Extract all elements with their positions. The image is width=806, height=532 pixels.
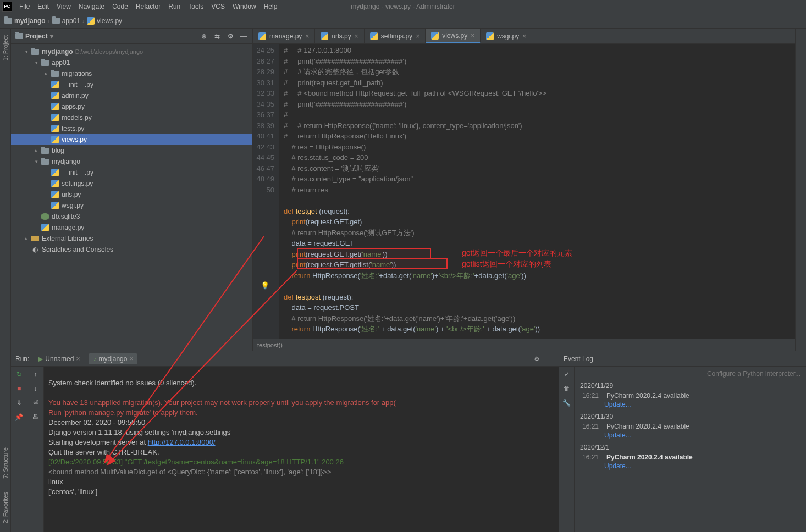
project-tree[interactable]: ▾mydjangoD:\web\devops\mydjango ▾app01 ▸…: [11, 44, 252, 351]
up-stack-icon[interactable]: ↑: [31, 370, 40, 379]
tab-settings[interactable]: settings.py×: [365, 29, 426, 43]
down-stack-icon[interactable]: ↓: [31, 384, 40, 393]
editor-area: manage.py× urls.py× settings.py× views.p…: [253, 29, 795, 351]
mark-read-icon[interactable]: ✓: [562, 370, 571, 379]
menu-refactor[interactable]: Refactor: [132, 2, 164, 12]
python-file-icon: [370, 32, 378, 40]
code-content[interactable]: # # 127.0.0.1:8000# print('#############…: [279, 44, 795, 339]
pin-icon[interactable]: 📌: [15, 413, 24, 422]
console-output[interactable]: System check identified no issues (0 sil…: [44, 367, 559, 532]
tree-wsgi[interactable]: wsgi.py: [11, 200, 252, 211]
tree-ext-lib[interactable]: ▸External Libraries: [11, 233, 252, 244]
sidebar-tab-project[interactable]: 1: Project: [1, 31, 10, 65]
folder-icon: [52, 18, 60, 24]
event-date: 2020/12/1: [580, 444, 801, 451]
tree-db[interactable]: db.sqlite3: [11, 211, 252, 222]
menu-run[interactable]: Run: [164, 2, 184, 12]
menu-file[interactable]: File: [15, 2, 34, 12]
folder-icon: [41, 148, 49, 154]
tree-apps[interactable]: apps.py: [11, 101, 252, 112]
tree-scratches[interactable]: ◐Scratches and Consoles: [11, 244, 252, 255]
crumb-file[interactable]: views.py: [87, 17, 122, 25]
locate-icon[interactable]: ⊕: [200, 32, 208, 41]
bottom-left-tabs: 7: Structure 2: Favorites: [0, 351, 11, 532]
tree-admin[interactable]: admin.py: [11, 90, 252, 101]
event-update-link[interactable]: Update...: [604, 401, 801, 408]
tree-settings[interactable]: settings.py: [11, 178, 252, 189]
trash-icon[interactable]: 🗑: [562, 384, 571, 393]
python-file-icon: [258, 32, 266, 40]
close-icon[interactable]: ×: [471, 32, 474, 40]
event-item[interactable]: 16:21PyCharm 2020.2.4 available: [582, 392, 801, 400]
server-url-link[interactable]: http://127.0.0.1:8000/: [148, 438, 216, 446]
menu-edit[interactable]: Edit: [34, 2, 53, 12]
event-update-link[interactable]: Update...: [604, 462, 801, 470]
tree-urls[interactable]: urls.py: [11, 189, 252, 200]
down-icon[interactable]: ⇓: [15, 398, 24, 407]
print-icon[interactable]: 🖶: [31, 413, 40, 422]
code-editor[interactable]: 24 25 26 27 28 29 30 31 32 33 34 35 36 3…: [253, 44, 795, 339]
left-sidebar: 1: Project: [0, 29, 11, 351]
tree-init[interactable]: __init__.py: [11, 79, 252, 90]
tree-root[interactable]: ▾mydjangoD:\web\devops\mydjango: [11, 46, 252, 57]
run-tab-unnamed[interactable]: ▶Unnamed×: [34, 353, 84, 364]
event-item[interactable]: 16:21PyCharm 2020.2.4 available: [582, 423, 801, 430]
tab-manage[interactable]: manage.py×: [253, 29, 315, 43]
folder-icon: [41, 159, 49, 165]
hide-icon[interactable]: —: [239, 32, 248, 41]
chevron-right-icon: ›: [82, 17, 85, 25]
menu-code[interactable]: Code: [108, 2, 132, 12]
expand-icon[interactable]: ⇆: [213, 32, 222, 41]
menu-window[interactable]: Window: [229, 2, 260, 12]
close-icon[interactable]: ×: [129, 355, 133, 363]
stop-icon[interactable]: ■: [15, 384, 24, 393]
menu-help[interactable]: Help: [260, 2, 281, 12]
menu-navigate[interactable]: Navigate: [75, 2, 108, 12]
event-update-link[interactable]: Update...: [604, 431, 801, 439]
project-panel-title: Project: [25, 32, 48, 40]
close-icon[interactable]: ×: [76, 355, 80, 363]
tree-mydjango-pkg[interactable]: ▾mydjango: [11, 156, 252, 167]
tree-app01[interactable]: ▾app01: [11, 57, 252, 68]
event-item[interactable]: 16:21PyCharm 2020.2.4 available: [582, 453, 801, 461]
close-icon[interactable]: ×: [416, 32, 419, 40]
crumb-folder[interactable]: app01: [52, 17, 80, 25]
run-panel: Run: ▶Unnamed× ♪mydjango× ⚙ — ↻ ■ ⇓ 📌 ↑ …: [11, 351, 559, 532]
close-icon[interactable]: ×: [522, 32, 526, 40]
hide-icon[interactable]: —: [545, 354, 554, 363]
tree-tests[interactable]: tests.py: [11, 123, 252, 134]
wrap-icon[interactable]: ⏎: [31, 398, 40, 407]
menu-tools[interactable]: Tools: [184, 2, 207, 12]
intention-bulb-icon[interactable]: 💡: [261, 280, 269, 291]
tree-pkg-init[interactable]: __init__.py: [11, 167, 252, 178]
event-list[interactable]: Configure a Python interpreter... 2020/1…: [575, 367, 806, 532]
sidebar-tab-structure[interactable]: 7: Structure: [1, 443, 10, 483]
menu-vcs[interactable]: VCS: [207, 2, 229, 12]
tab-views[interactable]: views.py×: [426, 29, 481, 43]
python-file-icon: [51, 81, 59, 88]
tree-views[interactable]: views.py: [11, 134, 252, 145]
tree-manage[interactable]: manage.py: [11, 222, 252, 233]
menu-view[interactable]: View: [53, 2, 75, 12]
tab-wsgi[interactable]: wsgi.py×: [481, 29, 532, 43]
chevron-down-icon[interactable]: ▾: [50, 32, 53, 40]
gear-icon[interactable]: ⚙: [532, 354, 541, 363]
sidebar-tab-favorites[interactable]: 2: Favorites: [1, 487, 10, 528]
line-gutter: 24 25 26 27 28 29 30 31 32 33 34 35 36 3…: [253, 44, 279, 339]
tree-migrations[interactable]: ▸migrations: [11, 68, 252, 79]
close-icon[interactable]: ×: [305, 32, 309, 40]
run-tab-mydjango[interactable]: ♪mydjango×: [89, 353, 137, 364]
close-icon[interactable]: ×: [355, 32, 358, 40]
python-file-icon: [51, 114, 59, 121]
tab-urls[interactable]: urls.py×: [315, 29, 364, 43]
gear-icon[interactable]: ⚙: [226, 32, 235, 41]
tree-blog[interactable]: ▸blog: [11, 145, 252, 156]
event-toolbar: ✓ 🗑 🔧: [559, 367, 575, 532]
crumb-project[interactable]: mydjango: [4, 17, 46, 25]
annotation-get: get返回一个最后一个对应的元素: [462, 248, 572, 259]
run-header: Run: ▶Unnamed× ♪mydjango× ⚙ —: [11, 351, 559, 367]
wrench-icon[interactable]: 🔧: [562, 398, 571, 407]
tree-models[interactable]: models.py: [11, 112, 252, 123]
folder-icon: [31, 49, 39, 55]
rerun-icon[interactable]: ↻: [15, 370, 24, 379]
